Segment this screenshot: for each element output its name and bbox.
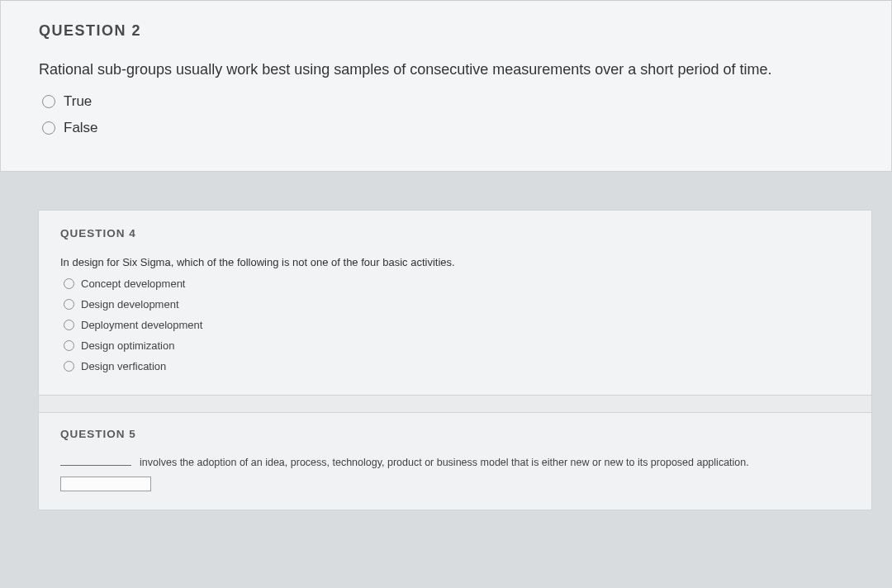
radio-icon[interactable] [64,278,74,289]
option-row-false[interactable]: False [42,118,858,138]
option-row[interactable]: Design verfication [64,359,850,373]
radio-icon[interactable] [42,121,55,135]
option-label: Design optimization [81,339,174,352]
block-divider [38,396,872,412]
question-5-block: QUESTION 5 involves the adoption of an i… [38,412,872,510]
question-5-prompt-row: involves the adoption of an idea, proces… [60,457,850,468]
option-label: Deployment development [81,319,202,331]
answer-input[interactable] [60,477,151,491]
option-row-true[interactable]: True [42,92,858,111]
question-5-header: QUESTION 5 [60,428,850,440]
question-2-prompt: Rational sub-groups usually work best us… [39,59,858,80]
question-4-prompt: In design for Six Sigma, which of the fo… [60,256,850,268]
fill-in-blank-line [60,457,131,466]
option-label: Concept development [81,277,185,290]
question-2-header: QUESTION 2 [39,22,858,40]
question-4-header: QUESTION 4 [60,227,850,239]
question-2-block: QUESTION 2 Rational sub-groups usually w… [0,0,892,172]
option-row[interactable]: Deployment development [64,318,850,332]
option-row[interactable]: Design optimization [64,339,850,353]
option-label: Design development [81,298,179,311]
question-4-block: QUESTION 4 In design for Six Sigma, whic… [38,210,872,396]
question-4-options: Concept development Design development D… [60,277,850,373]
question-5-prompt-tail: involves the adoption of an idea, proces… [140,457,749,468]
option-label: True [64,93,92,110]
radio-icon[interactable] [64,320,74,330]
radio-icon[interactable] [64,361,74,372]
radio-icon[interactable] [64,340,74,351]
radio-icon[interactable] [64,299,74,310]
option-row[interactable]: Design development [64,297,850,311]
option-label: Design verfication [81,360,166,372]
option-label: False [64,120,98,136]
question-2-options: True False [39,92,858,138]
radio-icon[interactable] [42,95,55,108]
option-row[interactable]: Concept development [64,277,850,291]
lower-question-group: QUESTION 4 In design for Six Sigma, whic… [0,210,892,510]
